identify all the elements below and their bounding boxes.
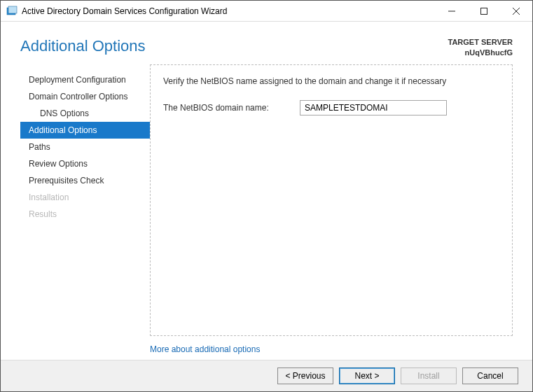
nav-item-deployment-configuration[interactable]: Deployment Configuration [20,71,150,88]
more-link[interactable]: More about additional options [150,336,513,360]
target-server-label: TARGET SERVER [448,37,513,48]
svg-rect-3 [481,8,487,14]
page-title: Additional Options [20,37,146,59]
minimize-button[interactable] [436,1,468,21]
nav-item-installation: Installation [20,189,150,206]
cancel-button[interactable]: Cancel [462,368,518,384]
netbios-input[interactable] [300,100,447,115]
page-header: Additional Options TARGET SERVER nUqVBhu… [1,22,532,64]
target-server-block: TARGET SERVER nUqVBhucfG [448,37,513,59]
content-panel: Verify the NetBIOS name assigned to the … [150,64,513,336]
install-button[interactable]: Install [401,368,457,384]
target-server-name: nUqVBhucfG [448,48,513,58]
wizard-nav: Deployment ConfigurationDomain Controlle… [20,64,150,360]
close-button[interactable] [500,1,532,21]
nav-item-results: Results [20,206,150,223]
app-icon [6,6,18,17]
maximize-button[interactable] [468,1,500,21]
nav-item-review-options[interactable]: Review Options [20,155,150,172]
previous-button[interactable]: < Previous [277,368,333,384]
instruction-text: Verify the NetBIOS name assigned to the … [163,76,499,86]
window-controls [436,1,532,21]
nav-item-additional-options[interactable]: Additional Options [20,122,150,139]
nav-item-prerequisites-check[interactable]: Prerequisites Check [20,172,150,189]
nav-item-paths[interactable]: Paths [20,139,150,155]
nav-item-dns-options[interactable]: DNS Options [20,105,150,122]
titlebar: Active Directory Domain Services Configu… [1,1,532,22]
next-button[interactable]: Next > [339,368,395,384]
window-title: Active Directory Domain Services Configu… [22,6,436,16]
netbios-row: The NetBIOS domain name: [163,100,499,115]
wizard-footer: < Previous Next > Install Cancel [1,360,532,391]
nav-item-domain-controller-options[interactable]: Domain Controller Options [20,88,150,105]
svg-rect-1 [8,6,17,13]
netbios-label: The NetBIOS domain name: [163,103,300,113]
